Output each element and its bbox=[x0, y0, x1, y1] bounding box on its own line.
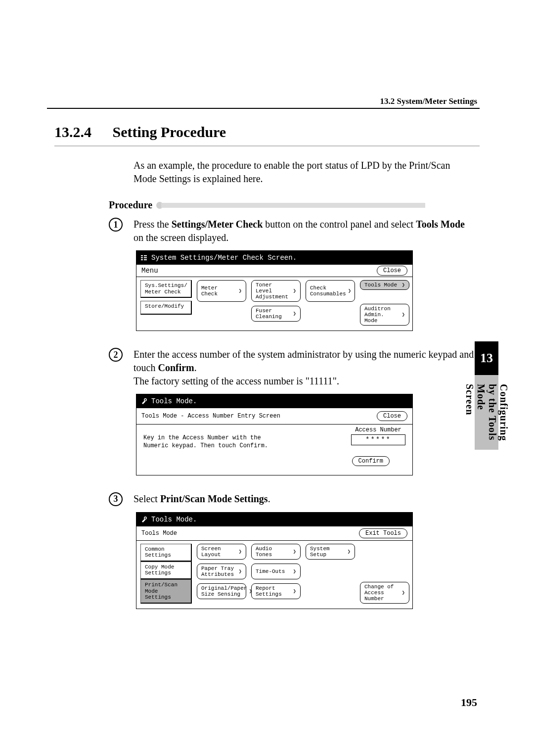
arrow-right-icon: ❯ bbox=[401, 590, 405, 596]
shot3-titlebar: Tools Mode. bbox=[136, 513, 412, 526]
screenshot-3: Tools Mode. Tools Mode Exit Tools Common… bbox=[136, 512, 413, 609]
chapter-title-strip: Configuring by the Tools Mode Screen bbox=[475, 375, 498, 450]
arrow-right-icon: ❯ bbox=[249, 588, 252, 594]
chapter-number-badge: 13 bbox=[475, 341, 498, 375]
shot3-mode-label: Tools Mode bbox=[141, 530, 177, 537]
shot3-rightcol: Change of Access Number❯ bbox=[360, 544, 409, 604]
shot1-leftcol: Sys.Settings/ Meter Check Store/Modify bbox=[140, 280, 192, 326]
svg-rect-1 bbox=[141, 257, 143, 258]
shot3-grid: Screen Layout❯ Audio Tones❯ System Setup… bbox=[197, 544, 355, 604]
svg-rect-5 bbox=[144, 259, 147, 260]
meter-check-button[interactable]: Meter Check❯ bbox=[197, 280, 246, 302]
arrow-right-icon: ❯ bbox=[348, 288, 352, 294]
confirm-label: Confirm bbox=[358, 458, 383, 465]
svg-rect-0 bbox=[141, 255, 143, 256]
side-tab: 13 Configuring by the Tools Mode Screen bbox=[475, 341, 498, 450]
fuser-cleaning-button[interactable]: Fuser Cleaning❯ bbox=[251, 306, 301, 322]
svg-point-6 bbox=[144, 399, 146, 401]
svg-rect-2 bbox=[141, 259, 143, 260]
step-2: 2 Enter the access number of the system … bbox=[109, 348, 480, 388]
shot1-grid: Meter Check❯ Toner Level Adjustment❯ Che… bbox=[197, 280, 355, 326]
tab-print-scan-mode-settings[interactable]: Print/Scan Mode Settings bbox=[140, 579, 192, 604]
change-access-number-button[interactable]: Change of Access Number❯ bbox=[360, 582, 409, 604]
paper-tray-label: Paper Tray Attributes bbox=[201, 566, 234, 577]
arrow-right-icon: ❯ bbox=[401, 282, 405, 288]
page-number: 195 bbox=[461, 696, 477, 709]
step-2-post: . bbox=[194, 362, 197, 373]
confirm-row: Confirm bbox=[143, 456, 405, 466]
timeouts-button[interactable]: Time-Outs❯ bbox=[251, 564, 301, 579]
tools-mode-label: Tools Mode bbox=[364, 282, 397, 288]
step-1-badge: 1 bbox=[109, 218, 123, 232]
section-heading: 13.2.4 Setting Procedure bbox=[54, 124, 480, 141]
close-button[interactable]: Close bbox=[377, 266, 407, 276]
close-button[interactable]: Close bbox=[377, 411, 407, 421]
step-1-post: on the screen displayed. bbox=[134, 232, 228, 243]
meter-check-label: Meter Check bbox=[201, 285, 236, 297]
exit-tools-button[interactable]: Exit Tools bbox=[359, 528, 407, 538]
gear-list-icon bbox=[140, 254, 147, 261]
svg-rect-4 bbox=[144, 257, 147, 258]
shot3-panel: Common Settings Copy Mode Settings Print… bbox=[136, 541, 412, 609]
access-number-field[interactable]: ***** bbox=[351, 434, 405, 445]
fuser-label: Fuser Cleaning bbox=[256, 308, 291, 320]
step-1-mid: button on the control panel and select bbox=[263, 219, 416, 230]
arrow-right-icon: ❯ bbox=[293, 568, 296, 574]
exit-tools-label: Exit Tools bbox=[365, 530, 401, 537]
screen-layout-button[interactable]: Screen Layout❯ bbox=[197, 544, 246, 560]
step-2-text: Enter the access number of the system ad… bbox=[134, 348, 475, 388]
consumables-label: Check Consumables bbox=[310, 285, 346, 297]
audio-tones-button[interactable]: Audio Tones❯ bbox=[251, 544, 301, 560]
svg-rect-3 bbox=[144, 255, 147, 256]
report-settings-button[interactable]: Report Settings❯ bbox=[251, 583, 301, 599]
check-consumables-button[interactable]: Check Consumables❯ bbox=[306, 280, 355, 302]
screen-layout-label: Screen Layout bbox=[201, 546, 236, 558]
procedure-label: Procedure bbox=[109, 199, 152, 211]
shot1-menu-label: Menu bbox=[141, 267, 158, 275]
tools-mode-button[interactable]: Tools Mode❯ bbox=[360, 280, 409, 290]
original-paper-size-button[interactable]: Original/Paper Size Sensing❯ bbox=[197, 583, 246, 599]
arrow-right-icon: ❯ bbox=[293, 311, 296, 317]
confirm-button[interactable]: Confirm bbox=[352, 456, 390, 466]
original-paper-label: Original/Paper Size Sensing bbox=[201, 585, 247, 597]
step-3-pre: Select bbox=[134, 493, 160, 504]
arrow-right-icon: ❯ bbox=[293, 588, 296, 594]
access-number-block: Access Number ***** bbox=[351, 426, 405, 445]
shot1-title: System Settings/Meter Check Screen. bbox=[151, 254, 297, 262]
shot2-breadcrumb: Tools Mode - Access Number Entry Screen bbox=[141, 413, 280, 420]
tab-sys-settings-meter-check[interactable]: Sys.Settings/ Meter Check bbox=[140, 280, 192, 298]
arrow-right-icon: ❯ bbox=[293, 549, 296, 555]
procedure-subhead: Procedure bbox=[109, 199, 480, 211]
toner-level-button[interactable]: Toner Level Adjustment❯ bbox=[251, 280, 301, 302]
top-rule bbox=[47, 108, 480, 109]
step-1-pre: Press the bbox=[134, 219, 172, 230]
shot1-panel: Sys.Settings/ Meter Check Store/Modify M… bbox=[136, 277, 412, 331]
arrow-right-icon: ❯ bbox=[238, 288, 242, 294]
paper-tray-button[interactable]: Paper Tray Attributes❯ bbox=[197, 564, 246, 579]
report-settings-label: Report Settings bbox=[256, 585, 282, 597]
timeouts-label: Time-Outs bbox=[256, 568, 285, 574]
auditron-admin-button[interactable]: Auditron Admin. Mode❯ bbox=[360, 304, 409, 326]
access-number-title: Access Number bbox=[351, 426, 405, 433]
shot2-breadcrumb-row: Tools Mode - Access Number Entry Screen … bbox=[136, 408, 412, 425]
tab-copy-mode-settings[interactable]: Copy Mode Settings bbox=[140, 562, 192, 579]
shot3-title: Tools Mode. bbox=[151, 516, 197, 523]
system-setup-button[interactable]: System Setup❯ bbox=[306, 544, 355, 560]
tab-common-settings[interactable]: Common Settings bbox=[140, 544, 192, 562]
arrow-right-icon: ❯ bbox=[401, 312, 405, 318]
auditron-label: Auditron Admin. Mode bbox=[364, 306, 400, 324]
shot1-menubar: Menu Close bbox=[136, 265, 412, 277]
screenshot-2: Tools Mode. Tools Mode - Access Number E… bbox=[136, 394, 413, 475]
step-2-line2: The factory setting of the access number… bbox=[134, 375, 475, 388]
step-3-bold: Print/Scan Mode Settings bbox=[160, 493, 268, 504]
intro-paragraph: As an example, the procedure to enable t… bbox=[134, 159, 475, 186]
step-2-badge: 2 bbox=[109, 348, 123, 362]
toner-label: Toner Level Adjustment bbox=[256, 282, 291, 300]
tab-store-modify[interactable]: Store/Modify bbox=[140, 301, 192, 315]
change-access-label: Change of Access Number bbox=[364, 584, 400, 602]
step-2-bold: Confirm bbox=[158, 362, 194, 373]
arrow-right-icon: ❯ bbox=[238, 568, 242, 574]
arrow-right-icon: ❯ bbox=[238, 549, 242, 555]
heading-number: 13.2.4 bbox=[54, 124, 109, 141]
running-head: 13.2 System/Meter Settings bbox=[380, 96, 477, 106]
